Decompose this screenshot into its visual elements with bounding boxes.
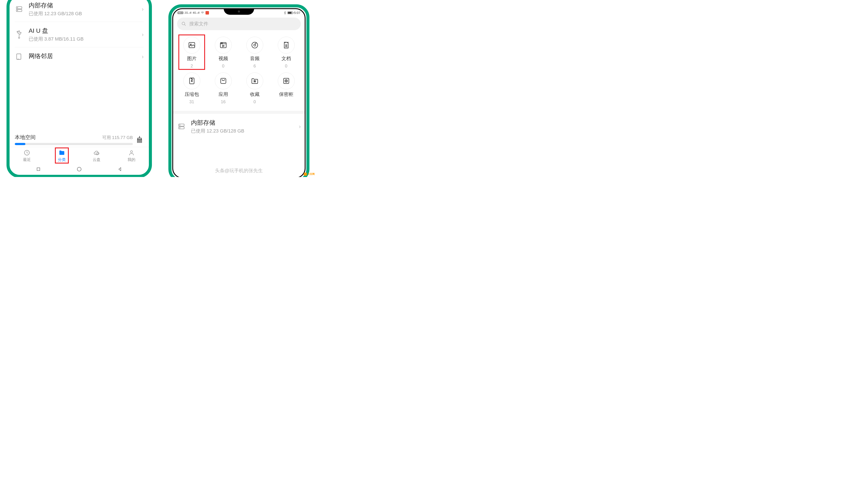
watermark-text: 头条@玩手机的张先生 <box>215 167 263 174</box>
clock-time: 5:07 <box>294 11 300 14</box>
tab-recent[interactable]: 最近 <box>23 149 31 162</box>
hdd-icon <box>15 5 24 13</box>
cat-label: 图片 <box>187 55 196 62</box>
svg-point-6 <box>21 32 21 33</box>
signal-2g: 2G..ıll <box>185 11 191 14</box>
android-navbar <box>9 164 149 175</box>
usb-icon <box>15 30 24 39</box>
svg-point-21 <box>254 44 256 46</box>
category-favorites[interactable]: 收藏 0 <box>240 72 269 104</box>
cat-count: 0 <box>285 64 287 69</box>
svg-point-11 <box>130 151 132 153</box>
cat-label: 音频 <box>250 55 259 62</box>
row-subtitle: 已使用 3.87 MB/16.11 GB <box>29 36 136 42</box>
svg-point-33 <box>180 128 180 128</box>
svg-rect-12 <box>37 168 40 171</box>
row-subtitle: 已使用 12.23 GB/128 GB <box>29 10 136 17</box>
svg-point-32 <box>180 125 180 125</box>
cloud-icon <box>93 149 100 156</box>
storage-row-network[interactable]: 网络邻居 › <box>15 47 144 66</box>
clock-icon <box>24 149 30 156</box>
svg-point-24 <box>191 78 191 79</box>
storage-row-internal[interactable]: 内部存储 已使用 12.23 GB/128 GB › <box>15 0 144 22</box>
nav-home-icon[interactable] <box>76 167 82 172</box>
category-images[interactable]: 图片 2 <box>177 37 206 69</box>
doc-icon <box>278 37 295 54</box>
cat-label: 收藏 <box>250 91 259 98</box>
category-safe[interactable]: 保密柜 <box>272 72 301 104</box>
cat-count: 6 <box>253 64 256 69</box>
cat-count: 0 <box>253 99 256 104</box>
cat-label: 压缩包 <box>185 91 199 98</box>
svg-point-18 <box>221 43 222 43</box>
row-title: 内部存储 <box>191 119 293 127</box>
svg-rect-26 <box>221 78 226 84</box>
tab-category[interactable]: 分类 <box>58 149 66 162</box>
bottom-tabs: 最近 分类 云盘 我的 <box>9 147 149 164</box>
category-video[interactable]: 视频 0 <box>209 37 238 69</box>
category-docs[interactable]: 文档 0 <box>272 37 301 69</box>
wifi-icon <box>201 11 204 14</box>
svg-rect-23 <box>191 81 192 82</box>
search-input[interactable]: 搜索文件 <box>177 18 301 30</box>
svg-point-2 <box>18 7 18 8</box>
cat-label: 保密柜 <box>279 91 293 98</box>
tab-label: 最近 <box>23 157 31 162</box>
signal-4g: 4G..ıll <box>193 11 199 14</box>
tab-label: 分类 <box>58 157 66 162</box>
battery-icon <box>287 11 293 14</box>
search-icon <box>181 22 186 26</box>
local-space-section: 本地空间 可用 115.77 GB <box>9 130 149 147</box>
cat-count: 0 <box>222 64 224 69</box>
storage-row-internal[interactable]: 内部存储 已使用 12.23 GB/128 GB › <box>177 114 301 139</box>
cleanup-icon[interactable] <box>135 135 144 143</box>
tab-mine[interactable]: 我的 <box>128 149 135 162</box>
svg-point-3 <box>18 10 18 11</box>
hdd-icon <box>177 123 186 130</box>
nav-recent-icon[interactable] <box>36 167 41 171</box>
category-grid: 图片 2 视频 0 音频 6 文档 0 压缩包 31 <box>173 32 305 109</box>
site-logo: 大百网 <box>304 172 315 176</box>
svg-point-29 <box>286 81 286 82</box>
cat-count: 2 <box>190 64 193 69</box>
cat-label: 文档 <box>281 55 291 62</box>
tab-label: 云盘 <box>93 157 100 162</box>
cat-label: 应用 <box>219 91 228 98</box>
bluetooth-icon <box>284 11 286 14</box>
app-icon <box>215 72 232 89</box>
user-icon <box>128 149 134 156</box>
chevron-right-icon: › <box>299 123 301 130</box>
audio-icon <box>246 37 263 54</box>
tab-cloud[interactable]: 云盘 <box>93 149 100 162</box>
right-phone-frame: HD 2 2G..ıll 4G..ıll 5:07 搜索文件 <box>168 4 309 177</box>
search-placeholder: 搜索文件 <box>189 21 208 27</box>
local-title: 本地空间 <box>15 134 36 141</box>
category-archive[interactable]: 压缩包 31 <box>177 72 206 104</box>
tab-label: 我的 <box>128 157 135 162</box>
svg-point-25 <box>192 79 193 79</box>
row-title: 内部存储 <box>29 1 136 9</box>
svg-point-14 <box>182 22 185 25</box>
cat-count: 31 <box>189 99 194 104</box>
image-icon <box>183 37 200 54</box>
category-audio[interactable]: 音频 6 <box>240 37 269 69</box>
category-apps[interactable]: 应用 16 <box>209 72 238 104</box>
cat-label: 视频 <box>219 55 228 62</box>
video-icon <box>215 37 232 54</box>
svg-point-13 <box>77 167 81 171</box>
chevron-right-icon: › <box>142 53 144 60</box>
left-phone-frame: 内部存储 已使用 12.23 GB/128 GB › AI U 盘 已使用 3.… <box>6 0 152 177</box>
local-available: 可用 115.77 GB <box>102 135 133 140</box>
fav-icon <box>246 72 263 89</box>
chevron-right-icon: › <box>142 31 144 38</box>
app-badge-icon <box>206 11 209 14</box>
chevron-right-icon: › <box>142 6 144 12</box>
storage-row-usb[interactable]: AI U 盘 已使用 3.87 MB/16.11 GB › <box>15 22 144 47</box>
phone-notch <box>224 9 254 15</box>
safe-icon <box>278 72 295 89</box>
nav-back-icon[interactable] <box>118 167 122 171</box>
svg-point-4 <box>19 31 20 32</box>
svg-point-20 <box>252 42 257 48</box>
row-subtitle: 已使用 12.23 GB/128 GB <box>191 128 293 134</box>
cat-count: 16 <box>221 99 225 104</box>
